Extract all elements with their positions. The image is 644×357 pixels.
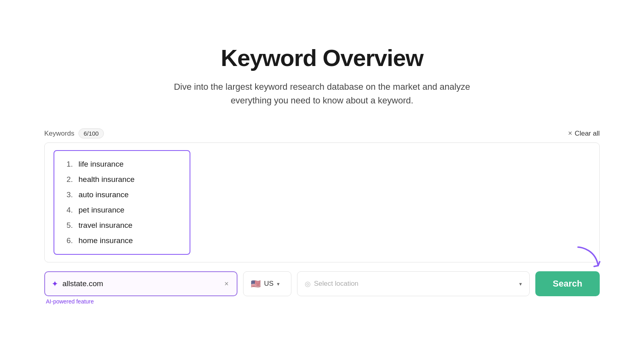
- list-item: 3. auto insurance: [62, 187, 182, 202]
- keywords-label-group: Keywords 6/100: [44, 128, 104, 138]
- arrow-indicator: [571, 242, 603, 274]
- page-subtitle: Dive into the largest keyword research d…: [173, 80, 471, 107]
- keyword-text-3: auto insurance: [78, 190, 129, 199]
- keyword-list-inner: 1. life insurance 2. health insurance 3.…: [54, 150, 190, 255]
- domain-input-wrapper: ✦ × AI-powered feature: [44, 271, 237, 305]
- country-flag: 🇺🇸: [251, 279, 261, 289]
- keywords-box: 1. life insurance 2. health insurance 3.…: [44, 142, 600, 262]
- ai-powered-label: AI-powered feature: [44, 298, 237, 305]
- location-placeholder-label: Select location: [314, 280, 359, 288]
- keywords-header: Keywords 6/100 × Clear all: [44, 128, 600, 138]
- bottom-row: ✦ × AI-powered feature 🇺🇸 US ▾ ◎ Select …: [44, 271, 600, 305]
- domain-input-box: ✦ ×: [44, 271, 237, 296]
- location-selector[interactable]: ◎ Select location ▾: [297, 271, 530, 296]
- keywords-label: Keywords: [44, 130, 74, 138]
- chevron-down-icon: ▾: [277, 281, 280, 287]
- list-item: 2. health insurance: [62, 172, 182, 187]
- location-chevron-icon: ▾: [519, 281, 522, 287]
- list-item: 1. life insurance: [62, 157, 182, 172]
- keyword-text-2: health insurance: [78, 175, 134, 184]
- keyword-number-4: 4.: [62, 206, 73, 215]
- keyword-text-6: home insurance: [78, 236, 133, 245]
- clear-all-x-icon: ×: [568, 129, 572, 138]
- list-item: 6. home insurance: [62, 233, 182, 248]
- clear-all-button[interactable]: × Clear all: [568, 129, 600, 138]
- ai-star-icon: ✦: [52, 279, 58, 289]
- list-item: 5. travel insurance: [62, 218, 182, 233]
- list-item: 4. pet insurance: [62, 202, 182, 218]
- keyword-text-4: pet insurance: [78, 206, 124, 215]
- keyword-number-1: 1.: [62, 160, 73, 169]
- keyword-text-1: life insurance: [78, 160, 124, 169]
- page-container: Keyword Overview Dive into the largest k…: [24, 20, 620, 337]
- keyword-number-2: 2.: [62, 175, 73, 184]
- country-selector[interactable]: 🇺🇸 US ▾: [243, 271, 291, 296]
- keyword-text-5: travel insurance: [78, 221, 132, 230]
- keyword-number-3: 3.: [62, 190, 73, 199]
- keyword-number-5: 5.: [62, 221, 73, 230]
- search-button[interactable]: Search: [535, 271, 600, 296]
- domain-clear-icon: ×: [224, 280, 229, 288]
- main-area: Keywords 6/100 × Clear all 1. life insur…: [44, 128, 600, 305]
- search-button-wrapper: Search: [535, 271, 600, 296]
- domain-input[interactable]: [62, 279, 219, 288]
- domain-clear-button[interactable]: ×: [223, 279, 230, 289]
- clear-all-label: Clear all: [575, 130, 600, 138]
- location-pin-icon: ◎: [305, 280, 311, 288]
- page-title: Keyword Overview: [221, 44, 423, 71]
- keywords-count-badge: 6/100: [78, 128, 104, 138]
- country-code-label: US: [264, 280, 274, 288]
- keyword-number-6: 6.: [62, 236, 73, 245]
